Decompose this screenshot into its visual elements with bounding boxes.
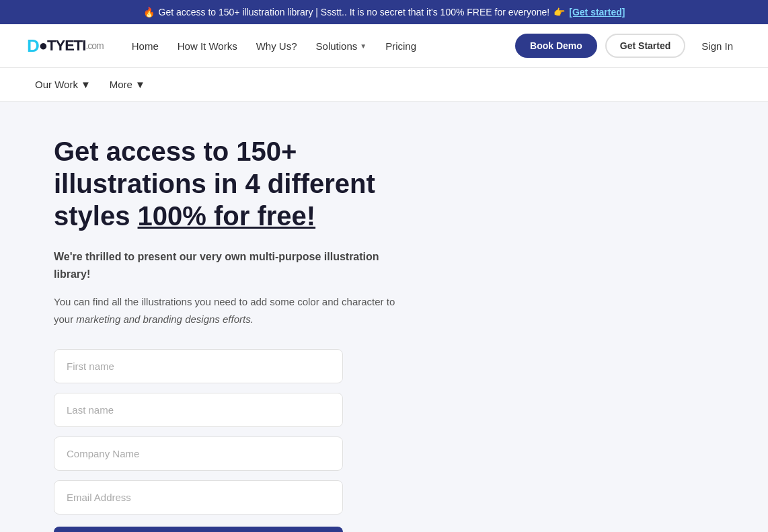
- hero-title-line3: styles: [54, 201, 138, 231]
- logo-dot-icon: D: [27, 36, 39, 56]
- company-name-input[interactable]: [54, 436, 343, 471]
- get-started-button[interactable]: Get Started: [605, 34, 685, 58]
- subnav-our-work[interactable]: Our Work ▼: [27, 73, 99, 96]
- book-demo-button[interactable]: Book Demo: [515, 34, 597, 58]
- first-name-input[interactable]: [54, 349, 343, 383]
- nav-solutions[interactable]: Solutions ▼: [308, 35, 375, 57]
- sign-in-button[interactable]: Sign In: [693, 35, 741, 57]
- navbar-left: D ● TYETI .com Home How It Works Why Us?…: [27, 35, 424, 57]
- logo-text: TYETI: [47, 37, 85, 54]
- subnav: Our Work ▼ More ▼: [0, 68, 768, 102]
- logo[interactable]: D ● TYETI .com: [27, 36, 104, 56]
- hero-title: Get access to 150+ illustrations in 4 di…: [54, 135, 404, 232]
- email-input[interactable]: [54, 480, 343, 515]
- hero-subtitle: We're thrilled to present our very own m…: [54, 248, 404, 282]
- hero-title-highlight: 100% for free!: [138, 201, 316, 231]
- left-section: Get access to 150+ illustrations in 4 di…: [54, 128, 404, 532]
- our-work-chevron-icon: ▼: [81, 79, 91, 90]
- logo-com: .com: [85, 40, 103, 51]
- fire-emoji: 🔥: [143, 7, 155, 17]
- nav-pricing[interactable]: Pricing: [377, 35, 424, 57]
- solutions-chevron-icon: ▼: [360, 42, 367, 50]
- hero-title-line2: illustrations in 4 different: [54, 169, 375, 198]
- more-chevron-icon: ▼: [135, 79, 145, 90]
- hero-description: You can find all the illustrations you n…: [54, 293, 404, 328]
- nav-links: Home How It Works Why Us? Solutions ▼ Pr…: [124, 35, 424, 57]
- main-content: Get access to 150+ illustrations in 4 di…: [0, 102, 768, 532]
- right-section: [444, 128, 768, 532]
- banner-link[interactable]: [Get started]: [569, 7, 625, 17]
- subnav-more[interactable]: More ▼: [102, 73, 153, 96]
- form-section: Get access now!: [54, 349, 404, 532]
- get-access-button[interactable]: Get access now!: [54, 527, 343, 532]
- logo-o: ●: [39, 37, 47, 54]
- nav-how-it-works[interactable]: How It Works: [169, 35, 245, 57]
- hero-description-italic: marketing and branding designs efforts.: [76, 313, 254, 325]
- banner-text: Get access to 150+ illustration library …: [159, 7, 550, 17]
- illustration-area: [444, 142, 768, 478]
- hero-title-line1: Get access to 150+: [54, 137, 297, 166]
- nav-home[interactable]: Home: [124, 35, 167, 57]
- navbar: D ● TYETI .com Home How It Works Why Us?…: [0, 24, 768, 68]
- navbar-right: Book Demo Get Started Sign In: [515, 34, 741, 58]
- last-name-input[interactable]: [54, 393, 343, 427]
- nav-why-us[interactable]: Why Us?: [248, 35, 305, 57]
- arrow-emoji: 👉: [553, 7, 565, 17]
- top-banner: 🔥 Get access to 150+ illustration librar…: [0, 0, 768, 24]
